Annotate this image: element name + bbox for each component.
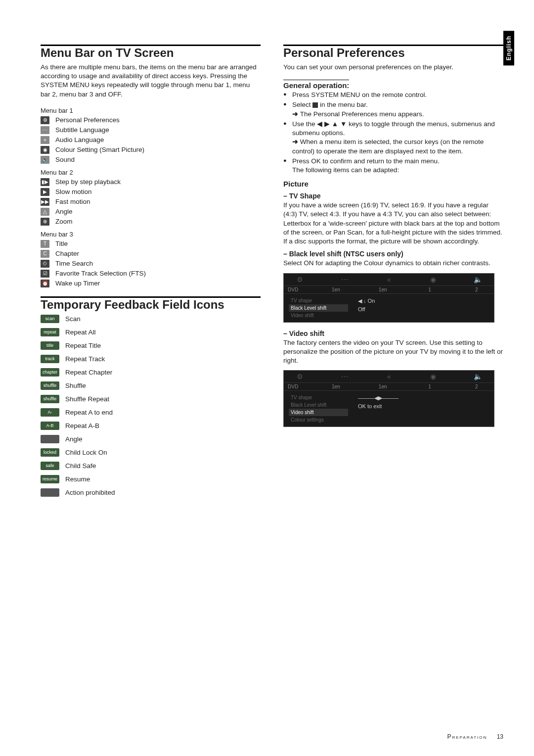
feedback-item: A-BRepeat A-B	[41, 422, 261, 430]
feedback-badge: title	[41, 341, 59, 350]
feedback-label: Shuffle	[65, 382, 86, 389]
step-icon: ▮▶	[41, 178, 49, 186]
heading-general: General operation:	[283, 80, 349, 90]
feedback-item: lockedChild Lock On	[41, 448, 261, 457]
colour-icon: ◉	[41, 146, 49, 154]
video-text: The factory centers the video on your TV…	[283, 338, 503, 366]
angle-icon: △	[41, 208, 49, 216]
page-columns: Menu Bar on TV Screen As there are multi…	[0, 0, 534, 517]
menu3-item: Wake up Timer	[55, 280, 100, 287]
menu-bar-intro: As there are multiple menu bars, the ite…	[41, 63, 261, 99]
page-footer: Preparation 13	[447, 733, 503, 740]
heading-menu-bar: Menu Bar on TV Screen	[41, 45, 261, 60]
sound-icon: 🔈	[41, 156, 49, 164]
menu1-list: ⚙Personal Preferences ⋯Subtitle Language…	[41, 116, 261, 164]
fts-icon: ☑	[41, 270, 49, 278]
timesearch-icon: ⏲	[41, 260, 49, 268]
bullet-4: Press OK to confirm and return to the ma…	[283, 157, 503, 175]
feedback-item: chapterRepeat Chapter	[41, 368, 261, 377]
audio-icon: «	[41, 136, 49, 144]
feedback-item: repeatRepeat All	[41, 328, 261, 336]
feedback-item: Action prohibited	[41, 488, 261, 497]
feedback-label: Repeat Title	[65, 342, 101, 349]
feedback-item: safeChild Safe	[41, 462, 261, 470]
feedback-badge: A-B	[41, 422, 59, 430]
feedback-label: Shuffle Repeat	[65, 395, 109, 403]
feedback-item: scanScan	[41, 315, 261, 323]
personal-intro: You can set your own personal preference…	[283, 63, 503, 72]
feedback-badge: track	[41, 355, 59, 363]
feedback-badge: scan	[41, 315, 59, 323]
feedback-label: Repeat Track	[65, 355, 105, 363]
feedback-list: scanScanrepeatRepeat AlltitleRepeat Titl…	[41, 315, 261, 497]
left-column: Menu Bar on TV Screen As there are multi…	[41, 45, 261, 502]
feedback-item: trackRepeat Track	[41, 355, 261, 363]
feedback-label: Repeat A-B	[65, 422, 99, 429]
feedback-label: Repeat Chapter	[65, 369, 112, 376]
bullet-1: Press SYSTEM MENU on the remote control.	[283, 91, 503, 99]
menu2-list: ▮▶Step by step playback ▶Slow motion ▶▶F…	[41, 178, 261, 226]
feedback-badge: resume	[41, 475, 59, 483]
bullet-2: Select in the menu bar. The Personal Pre…	[283, 100, 503, 118]
feedback-label: Scan	[65, 315, 81, 323]
menu2-item: Fast motion	[55, 198, 90, 205]
black-text: Select ON for adapting the Colour dynami…	[283, 259, 503, 268]
right-column: Personal Preferences You can set your ow…	[283, 45, 503, 502]
menu1-item: Colour Setting (Smart Picture)	[55, 146, 144, 153]
osd-mockup-video-shift: ⚙⋯«◉🔈DVD1en1en12TV shapeBlack Level shif…	[283, 370, 494, 427]
feedback-item: titleRepeat Title	[41, 341, 261, 350]
feedback-item: resumeResume	[41, 475, 261, 483]
feedback-label: Repeat All	[65, 329, 96, 336]
menu1-item: Personal Preferences	[55, 116, 120, 124]
menu3-item: Favorite Track Selection (FTS)	[55, 270, 146, 277]
feedback-badge: locked	[41, 448, 59, 457]
menu1-title: Menu bar 1	[41, 107, 261, 114]
title-icon: T	[41, 240, 49, 248]
tvshape-text: If you have a wide screen (16:9) TV, sel…	[283, 201, 503, 246]
feedback-label: Repeat A to end	[65, 409, 113, 416]
menu2-item: Step by step playback	[55, 178, 121, 186]
menu3-item: Time Search	[55, 260, 93, 267]
feedback-label: Angle	[65, 435, 83, 443]
footer-section: Preparation	[447, 733, 487, 740]
feedback-item: A-Repeat A to end	[41, 408, 261, 417]
bullet-2a: Select	[292, 101, 312, 108]
arrow-1: The Personal Preferences menu appears.	[292, 110, 503, 119]
arrow-2: When a menu item is selected, the cursor…	[292, 138, 503, 155]
osd-mockup-black-level: ⚙⋯«◉🔈DVD1en1en12TV shapeBlack Level shif…	[283, 273, 494, 323]
menu1-item: Audio Language	[55, 136, 104, 143]
menu2-item: Slow motion	[55, 188, 92, 195]
heading-tvshape: – TV Shape	[283, 192, 503, 200]
bullet-3: Use the ◀ ▶ ▲ ▼ keys to toggle through t…	[283, 120, 503, 156]
heading-video: – Video shift	[283, 330, 503, 337]
feedback-label: Child Safe	[65, 462, 96, 470]
heading-personal: Personal Preferences	[283, 45, 503, 60]
general-bullets: Press SYSTEM MENU on the remote control.…	[283, 91, 503, 175]
feedback-badge: A-	[41, 408, 59, 417]
chapter-icon: C	[41, 250, 49, 258]
fast-icon: ▶▶	[41, 198, 49, 206]
zoom-icon: ⊕	[41, 218, 49, 226]
menu2-item: Angle	[55, 208, 73, 215]
feedback-item: shuffleShuffle Repeat	[41, 395, 261, 403]
feedback-badge: shuffle	[41, 381, 59, 390]
subtitle-icon: ⋯	[41, 126, 49, 134]
heading-feedback: Temporary Feedback Field Icons	[41, 296, 261, 312]
menu2-title: Menu bar 2	[41, 169, 261, 176]
bullet-3-text: Use the ◀ ▶ ▲ ▼ keys to toggle through t…	[292, 120, 495, 137]
language-tab: English	[503, 31, 514, 65]
feedback-label: Action prohibited	[65, 489, 115, 496]
feedback-label: Child Lock On	[65, 449, 107, 456]
menu1-item: Subtitle Language	[55, 126, 109, 134]
feedback-badge	[41, 488, 59, 497]
feedback-item: shuffleShuffle	[41, 381, 261, 390]
timer-icon: ⏰	[41, 280, 49, 287]
heading-black: – Black level shift (NTSC users only)	[283, 250, 503, 258]
feedback-badge: chapter	[41, 368, 59, 377]
prefs-inline-icon	[312, 102, 318, 108]
prefs-icon: ⚙	[41, 116, 49, 124]
footer-page: 13	[497, 733, 503, 740]
feedback-label: Resume	[65, 475, 90, 483]
feedback-badge: safe	[41, 462, 59, 470]
menu2-item: Zoom	[55, 218, 73, 225]
